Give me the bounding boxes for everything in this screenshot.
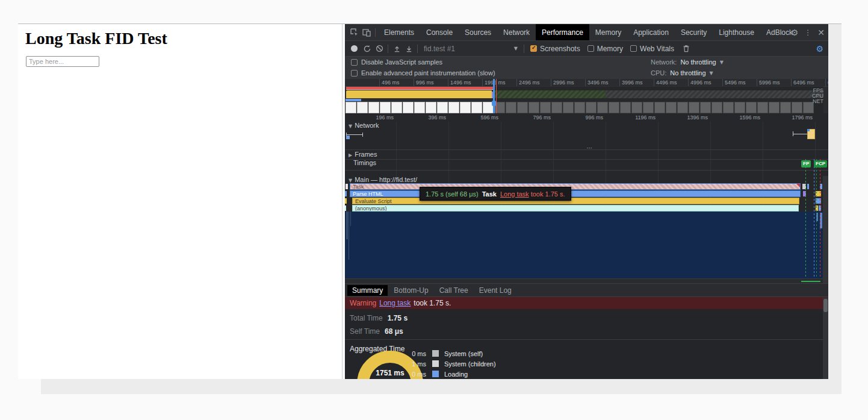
net-lane-label: NET [813, 98, 823, 104]
self-time-label: Self Time [350, 327, 380, 336]
legend-value: 1 ms [381, 360, 426, 368]
timings-section-header[interactable]: Timings [345, 159, 828, 167]
details-tab[interactable]: Call Tree [435, 285, 473, 296]
mini-bar[interactable] [345, 205, 346, 211]
legend-color-swatch [432, 371, 439, 377]
toolbar-checkbox[interactable]: Web Vitals [630, 45, 674, 53]
flame-chart: Task Parse HTML Evaluate Script [345, 183, 828, 212]
mini-task-bar[interactable] [346, 184, 348, 189]
devtools-tab[interactable]: Console [420, 24, 459, 40]
mini-bar[interactable] [345, 198, 347, 204]
mini-bar[interactable] [345, 191, 347, 196]
devtools-tab[interactable]: Lighthouse [713, 24, 760, 40]
network-section-header[interactable]: ▼Network [345, 122, 828, 130]
inspect-icon[interactable] [349, 27, 361, 39]
record-button[interactable] [351, 45, 358, 52]
details-tab[interactable]: Event Log [474, 285, 516, 296]
timings-section: Timings FP FCP [345, 159, 828, 171]
film-frame[interactable] [448, 102, 459, 113]
film-frame[interactable] [437, 102, 448, 113]
devtools-tabs: ElementsConsoleSourcesNetworkPerformance… [378, 24, 799, 40]
film-frame[interactable] [391, 102, 402, 113]
scrollbar-thumb[interactable] [823, 299, 828, 312]
film-frame[interactable] [426, 102, 436, 113]
profile-select[interactable]: fid.test #1 ▼ [420, 45, 521, 53]
anonymous-bar[interactable]: (anonymous) [352, 205, 799, 212]
fp-marker-line [805, 159, 806, 278]
devtools-tab[interactable]: Memory [589, 24, 627, 40]
film-frame[interactable] [460, 102, 471, 113]
devtools-tab[interactable]: Application [627, 24, 675, 40]
fcp-marker[interactable]: FCP [814, 160, 827, 168]
overview-tick: 4996 ms [688, 79, 711, 86]
warning-label: Warning [350, 299, 376, 307]
mini-task-bar[interactable] [807, 184, 809, 189]
film-frame[interactable] [471, 102, 482, 113]
fp-marker[interactable]: FP [801, 160, 811, 168]
summary-vertical-scrollbar[interactable] [823, 298, 828, 379]
film-frame[interactable] [346, 102, 356, 113]
legend-color-swatch [432, 350, 439, 357]
checkbox-label: Screenshots [540, 45, 580, 53]
selection-right-handle[interactable] [493, 79, 495, 113]
close-devtools-icon[interactable]: ✕ [817, 28, 825, 37]
film-frame[interactable] [368, 102, 379, 113]
capture-settings-gear-icon[interactable]: ⚙ [816, 44, 823, 54]
network-request-item[interactable] [346, 133, 363, 137]
disable-js-samples-checkbox[interactable] [351, 59, 358, 66]
flame-row-task: Task [345, 183, 828, 190]
film-frame[interactable] [357, 102, 368, 113]
main-thread-header[interactable]: ▼Main — http://fid.test/ [345, 176, 828, 183]
devtools-tab[interactable]: Sources [459, 24, 497, 40]
aggregated-legend: 0 ms System (self) 1 ms System (children… [381, 348, 496, 379]
details-tab[interactable]: Bottom-Up [389, 285, 433, 296]
overview-tick: 3496 ms [585, 79, 609, 86]
network-request-item[interactable] [793, 129, 817, 140]
toolbar-checkbox[interactable]: Screenshots [530, 45, 580, 53]
reload-and-record-icon[interactable] [361, 43, 373, 55]
flame-vertical-scrollbar[interactable] [823, 176, 828, 283]
clear-icon[interactable] [373, 43, 385, 55]
timeline-overview[interactable]: 496 ms996 ms1496 ms1996 ms2496 ms2996 ms… [345, 79, 828, 113]
overview-dim-overlay [495, 86, 823, 113]
long-task-link[interactable]: Long task [379, 299, 411, 307]
details-tab[interactable]: Summary [347, 285, 388, 296]
horizontal-scrollbar[interactable] [345, 278, 828, 283]
overview-tick: 2496 ms [516, 79, 540, 86]
devtools-tab[interactable]: Performance [536, 24, 589, 40]
save-profile-icon[interactable] [403, 43, 415, 55]
page-text-input[interactable] [26, 56, 99, 67]
overview-cursor-line [496, 79, 497, 113]
devtools-tab[interactable]: Network [497, 24, 536, 40]
load-profile-icon[interactable] [391, 43, 403, 55]
checkbox-box[interactable] [587, 45, 594, 52]
parse-html-bar[interactable]: Parse HTML [350, 190, 801, 197]
task-bar[interactable]: Task [350, 183, 801, 190]
film-frame[interactable] [403, 102, 414, 113]
flame-row-evaluate: Evaluate Script [345, 198, 828, 204]
toolbar-checkbox[interactable]: Memory [587, 45, 623, 53]
network-throttle-select[interactable]: No throttling [680, 58, 716, 66]
call-stack-line [347, 212, 347, 239]
legend-label: Loading [444, 371, 468, 378]
film-frame[interactable] [380, 102, 391, 113]
legend-row: 1 ms System (children) [381, 359, 496, 369]
advanced-paint-checkbox[interactable] [351, 70, 358, 77]
overview-tick: 5996 ms [757, 79, 780, 86]
checkbox-box[interactable] [630, 45, 637, 52]
settings-gear-icon[interactable]: ⚙ [791, 28, 799, 37]
devtools-tab[interactable]: Elements [378, 24, 420, 40]
device-toolbar-icon[interactable] [361, 27, 373, 39]
devtools-tab[interactable]: Security [675, 24, 713, 40]
trash-icon[interactable] [680, 43, 692, 55]
flame-selection-area[interactable] [345, 212, 828, 278]
film-frame[interactable] [414, 102, 425, 113]
more-menu-icon[interactable]: ⋮ [804, 28, 811, 37]
bottom-scroll-strip [41, 379, 842, 394]
cpu-throttle-select[interactable]: No throttling [670, 69, 705, 77]
frames-section-header[interactable]: ▶Frames [345, 151, 828, 159]
checkbox-box[interactable] [530, 45, 537, 52]
capture-settings: Disable JavaScript samples Network: No t… [345, 57, 828, 79]
legend-value: 0 ms [381, 350, 426, 357]
long-task-link[interactable]: Long task [500, 190, 529, 198]
